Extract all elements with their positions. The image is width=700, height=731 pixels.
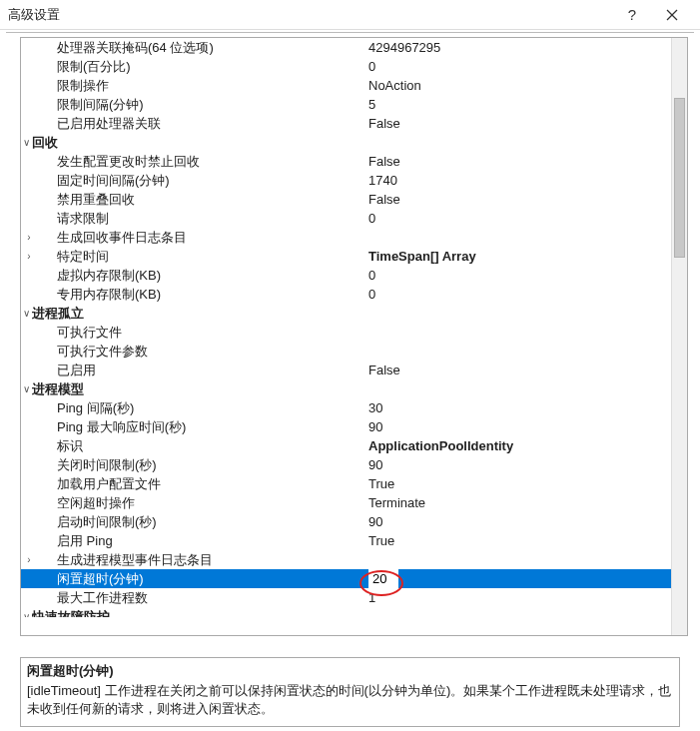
- property-row[interactable]: 已启用处理器关联False: [21, 114, 671, 133]
- property-row[interactable]: 专用内存限制(KB)0: [21, 285, 671, 304]
- chevron-right-icon[interactable]: ›: [21, 550, 37, 569]
- content-area: 处理器关联掩码(64 位选项)4294967295限制(百分比)0限制操作NoA…: [6, 32, 694, 651]
- scrollbar-vertical[interactable]: [671, 38, 687, 635]
- property-row[interactable]: Ping 间隔(秒)30: [21, 398, 671, 417]
- indent-spacer: [37, 247, 57, 266]
- chevron-down-icon[interactable]: ∨: [21, 304, 32, 323]
- dialog-buttons: 确定 取消: [0, 727, 700, 731]
- indent-spacer: [37, 417, 57, 436]
- property-row[interactable]: 可执行文件: [21, 323, 671, 342]
- property-row[interactable]: 虚拟内存限制(KB)0: [21, 266, 671, 285]
- category-row[interactable]: ∨回收: [21, 133, 671, 152]
- caret-spacer: [21, 512, 37, 531]
- description-panel: 闲置超时(分钟) [idleTimeout] 工作进程在关闭之前可以保持闲置状态…: [20, 657, 680, 727]
- property-value: 90: [366, 455, 671, 474]
- property-value: ApplicationPoolIdentity: [366, 436, 671, 455]
- property-row[interactable]: ›生成回收事件日志条目: [21, 228, 671, 247]
- property-label: 请求限制: [57, 209, 366, 228]
- help-button[interactable]: ?: [612, 0, 652, 30]
- indent-spacer: [37, 455, 57, 474]
- indent-spacer: [37, 76, 57, 95]
- chevron-down-icon[interactable]: ∨: [21, 133, 32, 152]
- caret-spacer: [21, 76, 37, 95]
- property-label: 已启用处理器关联: [57, 114, 366, 133]
- category-row[interactable]: ∨进程孤立: [21, 304, 671, 323]
- titlebar: 高级设置 ?: [0, 0, 700, 30]
- indent-spacer: [37, 550, 57, 569]
- indent-spacer: [37, 190, 57, 209]
- chevron-down-icon[interactable]: ∨: [21, 607, 32, 617]
- property-row[interactable]: 空闲超时操作Terminate: [21, 493, 671, 512]
- indent-spacer: [37, 114, 57, 133]
- indent-spacer: [37, 569, 57, 588]
- property-label: 标识: [57, 436, 366, 455]
- close-button[interactable]: [652, 0, 692, 30]
- property-value: 0: [366, 266, 671, 285]
- property-value: False: [366, 152, 671, 171]
- property-row[interactable]: ›生成进程模型事件日志条目: [21, 550, 671, 569]
- category-row[interactable]: ∨快速故障防护: [21, 607, 671, 617]
- property-label: 生成进程模型事件日志条目: [57, 550, 366, 569]
- indent-spacer: [37, 285, 57, 304]
- indent-spacer: [37, 588, 57, 607]
- chevron-down-icon[interactable]: ∨: [21, 379, 32, 398]
- property-value: 0: [366, 285, 671, 304]
- property-row[interactable]: 最大工作进程数1: [21, 588, 671, 607]
- property-row[interactable]: 固定时间间隔(分钟)1740: [21, 171, 671, 190]
- property-grid-wrap: 处理器关联掩码(64 位选项)4294967295限制(百分比)0限制操作NoA…: [20, 37, 688, 636]
- property-row[interactable]: 标识ApplicationPoolIdentity: [21, 436, 671, 455]
- property-grid[interactable]: 处理器关联掩码(64 位选项)4294967295限制(百分比)0限制操作NoA…: [21, 38, 671, 635]
- property-row[interactable]: 已启用False: [21, 361, 671, 379]
- property-row[interactable]: ›特定时间TimeSpan[] Array: [21, 247, 671, 266]
- property-row[interactable]: 可执行文件参数: [21, 342, 671, 361]
- property-row[interactable]: 关闭时间限制(秒)90: [21, 455, 671, 474]
- indent-spacer: [37, 209, 57, 228]
- property-row[interactable]: 处理器关联掩码(64 位选项)4294967295: [21, 38, 671, 57]
- property-value: 30: [366, 398, 671, 417]
- property-row[interactable]: 限制(百分比)0: [21, 57, 671, 76]
- property-label: 关闭时间限制(秒): [57, 455, 366, 474]
- property-label: 闲置超时(分钟): [57, 569, 366, 588]
- property-value: False: [366, 190, 671, 209]
- property-row[interactable]: 闲置超时(分钟)20: [21, 569, 671, 588]
- caret-spacer: [21, 361, 37, 379]
- category-row[interactable]: ∨进程模型: [21, 379, 671, 398]
- indent-spacer: [37, 38, 57, 57]
- property-value: TimeSpan[] Array: [366, 247, 671, 266]
- property-value[interactable]: 20: [366, 569, 671, 588]
- indent-spacer: [37, 361, 57, 379]
- property-label: 发生配置更改时禁止回收: [57, 152, 366, 171]
- property-row[interactable]: 启动时间限制(秒)90: [21, 512, 671, 531]
- caret-spacer: [21, 455, 37, 474]
- property-row[interactable]: Ping 最大响应时间(秒)90: [21, 417, 671, 436]
- property-label: 启用 Ping: [57, 531, 366, 550]
- property-value: 90: [366, 512, 671, 531]
- property-row[interactable]: 发生配置更改时禁止回收False: [21, 152, 671, 171]
- chevron-right-icon[interactable]: ›: [21, 247, 37, 266]
- indent-spacer: [37, 95, 57, 114]
- property-value: 1740: [366, 171, 671, 190]
- caret-spacer: [21, 398, 37, 417]
- property-row[interactable]: 请求限制0: [21, 209, 671, 228]
- property-label: 进程孤立: [32, 304, 671, 323]
- property-value: 0: [366, 57, 671, 76]
- property-label: 加载用户配置文件: [57, 474, 366, 493]
- caret-spacer: [21, 285, 37, 304]
- property-value: 5: [366, 95, 671, 114]
- caret-spacer: [21, 57, 37, 76]
- indent-spacer: [37, 531, 57, 550]
- indent-spacer: [37, 342, 57, 361]
- scrollbar-thumb[interactable]: [674, 98, 685, 258]
- chevron-right-icon[interactable]: ›: [21, 228, 37, 247]
- property-label: 启动时间限制(秒): [57, 512, 366, 531]
- indent-spacer: [37, 512, 57, 531]
- property-value-editor[interactable]: 20: [368, 569, 398, 588]
- property-row[interactable]: 启用 PingTrue: [21, 531, 671, 550]
- caret-spacer: [21, 38, 37, 57]
- property-row[interactable]: 禁用重叠回收False: [21, 190, 671, 209]
- property-row[interactable]: 限制间隔(分钟)5: [21, 95, 671, 114]
- indent-spacer: [37, 171, 57, 190]
- property-row[interactable]: 加载用户配置文件True: [21, 474, 671, 493]
- property-row[interactable]: 限制操作NoAction: [21, 76, 671, 95]
- property-label: 快速故障防护: [32, 607, 671, 617]
